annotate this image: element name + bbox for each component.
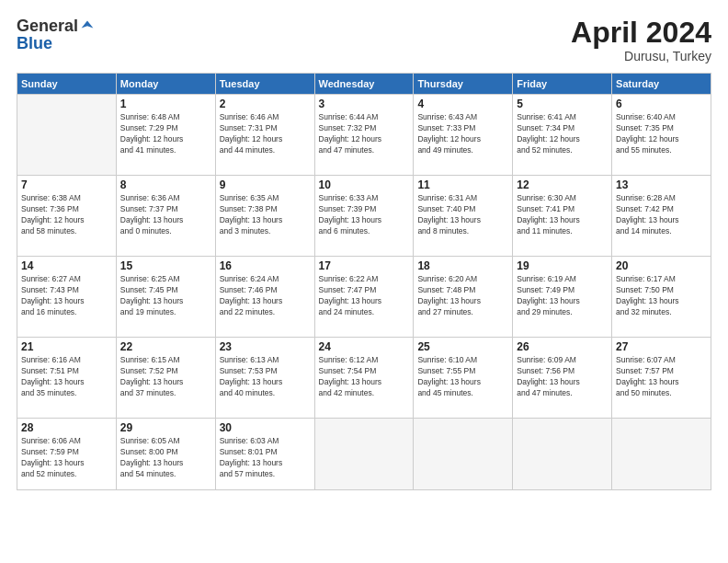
day-info: Sunrise: 6:41 AMSunset: 7:34 PMDaylight:… [517, 112, 608, 156]
logo-blue: Blue [17, 34, 52, 53]
day-number: 1 [120, 98, 211, 110]
table-row: 13Sunrise: 6:28 AMSunset: 7:42 PMDayligh… [612, 176, 711, 257]
table-row: 9Sunrise: 6:35 AMSunset: 7:38 PMDaylight… [215, 176, 314, 257]
table-row [314, 419, 414, 490]
day-info: Sunrise: 6:17 AMSunset: 7:50 PMDaylight:… [616, 274, 707, 318]
table-row [414, 419, 513, 490]
table-row: 19Sunrise: 6:19 AMSunset: 7:49 PMDayligh… [513, 257, 612, 338]
day-number: 24 [319, 340, 410, 353]
day-number: 14 [21, 259, 112, 272]
calendar-week-row: 21Sunrise: 6:16 AMSunset: 7:51 PMDayligh… [17, 338, 711, 419]
table-row: 14Sunrise: 6:27 AMSunset: 7:43 PMDayligh… [17, 257, 117, 338]
day-info: Sunrise: 6:35 AMSunset: 7:38 PMDaylight:… [220, 193, 311, 237]
day-info: Sunrise: 6:06 AMSunset: 7:59 PMDaylight:… [21, 436, 112, 480]
header: General Blue April 2024 Durusu, Turkey [17, 17, 711, 63]
table-row: 10Sunrise: 6:33 AMSunset: 7:39 PMDayligh… [314, 176, 414, 257]
title-month: April 2024 [571, 17, 711, 49]
table-row: 17Sunrise: 6:22 AMSunset: 7:47 PMDayligh… [314, 257, 414, 338]
day-info: Sunrise: 6:33 AMSunset: 7:39 PMDaylight:… [319, 193, 410, 237]
logo: General Blue [17, 17, 95, 53]
day-number: 22 [120, 340, 211, 353]
day-number: 27 [616, 340, 707, 353]
svg-marker-0 [82, 20, 94, 28]
day-number: 5 [517, 98, 608, 110]
table-row: 28Sunrise: 6:06 AMSunset: 7:59 PMDayligh… [17, 419, 117, 490]
day-number: 20 [616, 259, 707, 272]
day-number: 11 [417, 178, 508, 191]
calendar-week-row: 1Sunrise: 6:48 AMSunset: 7:29 PMDaylight… [17, 95, 711, 176]
day-info: Sunrise: 6:46 AMSunset: 7:31 PMDaylight:… [220, 112, 311, 156]
day-info: Sunrise: 6:12 AMSunset: 7:54 PMDaylight:… [319, 355, 410, 399]
calendar-table: Sunday Monday Tuesday Wednesday Thursday… [17, 73, 711, 490]
table-row: 4Sunrise: 6:43 AMSunset: 7:33 PMDaylight… [414, 95, 513, 176]
day-number: 21 [21, 340, 112, 353]
title-block: April 2024 Durusu, Turkey [571, 17, 711, 63]
day-number: 9 [220, 178, 311, 191]
table-row: 2Sunrise: 6:46 AMSunset: 7:31 PMDaylight… [215, 95, 314, 176]
table-row: 26Sunrise: 6:09 AMSunset: 7:56 PMDayligh… [513, 338, 612, 419]
day-number: 4 [417, 98, 508, 110]
table-row: 15Sunrise: 6:25 AMSunset: 7:45 PMDayligh… [116, 257, 215, 338]
table-row: 29Sunrise: 6:05 AMSunset: 8:00 PMDayligh… [116, 419, 215, 490]
day-number: 16 [220, 259, 311, 272]
day-number: 3 [319, 98, 410, 110]
day-info: Sunrise: 6:38 AMSunset: 7:36 PMDaylight:… [21, 193, 112, 237]
table-row: 22Sunrise: 6:15 AMSunset: 7:52 PMDayligh… [116, 338, 215, 419]
day-number: 8 [120, 178, 211, 191]
table-row: 25Sunrise: 6:10 AMSunset: 7:55 PMDayligh… [414, 338, 513, 419]
col-saturday: Saturday [612, 74, 711, 95]
day-number: 12 [517, 178, 608, 191]
table-row: 6Sunrise: 6:40 AMSunset: 7:35 PMDaylight… [612, 95, 711, 176]
table-row: 1Sunrise: 6:48 AMSunset: 7:29 PMDaylight… [116, 95, 215, 176]
table-row [513, 419, 612, 490]
day-info: Sunrise: 6:25 AMSunset: 7:45 PMDaylight:… [120, 274, 211, 318]
day-info: Sunrise: 6:31 AMSunset: 7:40 PMDaylight:… [417, 193, 508, 237]
day-info: Sunrise: 6:03 AMSunset: 8:01 PMDaylight:… [220, 436, 311, 480]
table-row: 5Sunrise: 6:41 AMSunset: 7:34 PMDaylight… [513, 95, 612, 176]
day-number: 13 [616, 178, 707, 191]
col-thursday: Thursday [414, 74, 513, 95]
col-sunday: Sunday [17, 74, 117, 95]
day-info: Sunrise: 6:30 AMSunset: 7:41 PMDaylight:… [517, 193, 608, 237]
day-info: Sunrise: 6:05 AMSunset: 8:00 PMDaylight:… [120, 436, 211, 480]
logo-general: General [17, 17, 78, 36]
col-tuesday: Tuesday [215, 74, 314, 95]
day-number: 29 [120, 421, 211, 434]
page: General Blue April 2024 Durusu, Turkey S… [0, 0, 728, 563]
table-row: 7Sunrise: 6:38 AMSunset: 7:36 PMDaylight… [17, 176, 117, 257]
day-info: Sunrise: 6:09 AMSunset: 7:56 PMDaylight:… [517, 355, 608, 399]
day-number: 25 [417, 340, 508, 353]
table-row [17, 95, 117, 176]
day-number: 6 [616, 98, 707, 110]
logo-text: General [17, 17, 95, 36]
table-row: 30Sunrise: 6:03 AMSunset: 8:01 PMDayligh… [215, 419, 314, 490]
day-info: Sunrise: 6:27 AMSunset: 7:43 PMDaylight:… [21, 274, 112, 318]
day-number: 26 [517, 340, 608, 353]
day-info: Sunrise: 6:28 AMSunset: 7:42 PMDaylight:… [616, 193, 707, 237]
day-number: 15 [120, 259, 211, 272]
day-info: Sunrise: 6:07 AMSunset: 7:57 PMDaylight:… [616, 355, 707, 399]
col-monday: Monday [116, 74, 215, 95]
day-number: 17 [319, 259, 410, 272]
day-info: Sunrise: 6:19 AMSunset: 7:49 PMDaylight:… [517, 274, 608, 318]
table-row: 23Sunrise: 6:13 AMSunset: 7:53 PMDayligh… [215, 338, 314, 419]
calendar-week-row: 14Sunrise: 6:27 AMSunset: 7:43 PMDayligh… [17, 257, 711, 338]
day-info: Sunrise: 6:10 AMSunset: 7:55 PMDaylight:… [417, 355, 508, 399]
day-info: Sunrise: 6:20 AMSunset: 7:48 PMDaylight:… [417, 274, 508, 318]
logo-icon [80, 19, 95, 34]
table-row: 8Sunrise: 6:36 AMSunset: 7:37 PMDaylight… [116, 176, 215, 257]
calendar-week-row: 28Sunrise: 6:06 AMSunset: 7:59 PMDayligh… [17, 419, 711, 490]
day-number: 18 [417, 259, 508, 272]
day-info: Sunrise: 6:24 AMSunset: 7:46 PMDaylight:… [220, 274, 311, 318]
day-info: Sunrise: 6:40 AMSunset: 7:35 PMDaylight:… [616, 112, 707, 156]
calendar-header-row: Sunday Monday Tuesday Wednesday Thursday… [17, 74, 711, 95]
table-row: 12Sunrise: 6:30 AMSunset: 7:41 PMDayligh… [513, 176, 612, 257]
day-info: Sunrise: 6:16 AMSunset: 7:51 PMDaylight:… [21, 355, 112, 399]
day-info: Sunrise: 6:44 AMSunset: 7:32 PMDaylight:… [319, 112, 410, 156]
day-info: Sunrise: 6:43 AMSunset: 7:33 PMDaylight:… [417, 112, 508, 156]
table-row: 27Sunrise: 6:07 AMSunset: 7:57 PMDayligh… [612, 338, 711, 419]
day-info: Sunrise: 6:22 AMSunset: 7:47 PMDaylight:… [319, 274, 410, 318]
day-info: Sunrise: 6:15 AMSunset: 7:52 PMDaylight:… [120, 355, 211, 399]
day-info: Sunrise: 6:36 AMSunset: 7:37 PMDaylight:… [120, 193, 211, 237]
day-number: 28 [21, 421, 112, 434]
